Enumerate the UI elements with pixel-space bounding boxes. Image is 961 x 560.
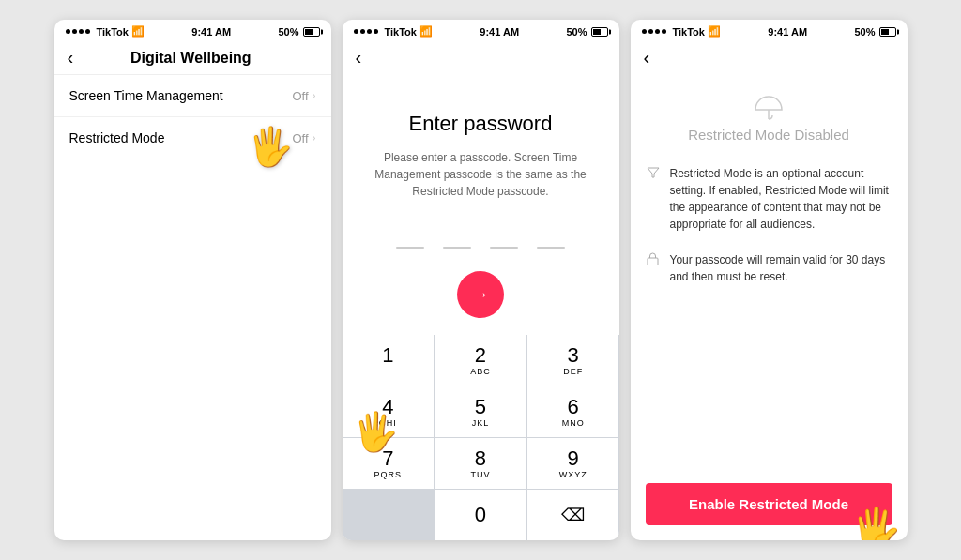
restricted-value: Off xyxy=(292,131,308,145)
battery-area-1: 50% xyxy=(278,26,319,38)
wifi-icon-2: 📶 xyxy=(419,25,433,38)
nav-bar-3: ‹ xyxy=(631,41,908,74)
battery-pct-2: 50% xyxy=(566,26,587,38)
screen-time-value: Off xyxy=(292,89,308,103)
enter-password-title: Enter password xyxy=(409,112,553,136)
key-8[interactable]: 8 TUV xyxy=(435,438,526,489)
menu-item-screen-time-right: Off › xyxy=(292,89,315,103)
phone-screen-3: TikTok 📶 9:41 AM 50% ‹ xyxy=(631,20,908,540)
key-9[interactable]: 9 WXYZ xyxy=(527,438,619,489)
key-6-letters: MNO xyxy=(562,418,585,428)
passcode-dash-3 xyxy=(490,247,518,249)
app-name-3: TikTok xyxy=(673,26,705,38)
delete-icon: ⌫ xyxy=(561,505,585,525)
menu-item-restricted[interactable]: Restricted Mode Off › 🖐 xyxy=(54,117,331,159)
signal-dots xyxy=(66,29,90,34)
key-1[interactable]: 1 xyxy=(343,335,435,386)
restricted-icon-area: Restricted Mode Disabled xyxy=(646,93,892,143)
key-5[interactable]: 5 JKL xyxy=(435,386,526,437)
phone-screen-2: TikTok 📶 9:41 AM 50% ‹ Enter password Pl… xyxy=(343,20,619,540)
screen2-content: Enter password Please enter a passcode. … xyxy=(343,74,619,335)
passcode-dash-1 xyxy=(396,247,424,249)
key-2-letters: ABC xyxy=(470,367,491,376)
hand-cursor-1: 🖐 xyxy=(247,125,294,169)
app-name-2: TikTok xyxy=(385,26,417,38)
nav-bar-1: ‹ Digital Wellbeing xyxy=(54,41,331,75)
status-bar-1: TikTok 📶 9:41 AM 50% xyxy=(54,20,331,41)
key-2-num: 2 xyxy=(475,345,486,366)
chevron-restricted: › xyxy=(313,131,316,144)
key-0-num: 0 xyxy=(475,505,486,525)
time-3: 9:41 AM xyxy=(768,26,807,38)
key-5-num: 5 xyxy=(475,397,486,417)
time-2: 9:41 AM xyxy=(480,26,519,38)
status-bar-3: TikTok 📶 9:41 AM 50% xyxy=(631,20,908,41)
enter-password-desc: Please enter a passcode. Screen Time Man… xyxy=(343,149,619,200)
passcode-dash-4 xyxy=(537,247,565,249)
info-item-2: Your passcode will remain valid for 30 d… xyxy=(646,251,892,285)
key-3[interactable]: 3 DEF xyxy=(527,335,619,386)
wifi-icon-3: 📶 xyxy=(708,25,721,38)
status-left-3: TikTok 📶 xyxy=(642,25,721,38)
key-delete[interactable]: ⌫ xyxy=(527,490,619,540)
key-1-letters xyxy=(387,367,390,376)
back-arrow-1[interactable]: ‹ xyxy=(68,47,74,68)
screen3-content: Restricted Mode Disabled Restricted Mode… xyxy=(631,74,908,540)
key-9-letters: WXYZ xyxy=(559,470,587,479)
battery-icon-3 xyxy=(879,27,896,37)
submit-passcode-button[interactable]: → xyxy=(457,271,504,318)
menu-item-restricted-label: Restricted Mode xyxy=(69,130,165,145)
battery-pct-3: 50% xyxy=(854,26,875,38)
arrow-icon: → xyxy=(472,285,489,305)
keypad: 1 2 ABC 3 DEF 4 GHI 🖐 5 JKL 6 xyxy=(343,335,619,540)
battery-icon-1 xyxy=(303,27,320,37)
key-4[interactable]: 4 GHI 🖐 xyxy=(343,386,435,437)
key-0[interactable]: 0 xyxy=(435,490,526,540)
chevron-screen-time: › xyxy=(313,89,316,102)
key-3-letters: DEF xyxy=(563,367,583,376)
key-8-letters: TUV xyxy=(470,470,490,479)
funnel-icon xyxy=(646,166,661,182)
hand-cursor-3: 🖐 xyxy=(850,505,902,540)
lock-icon xyxy=(646,252,661,268)
nav-title-1: Digital Wellbeing xyxy=(83,50,298,67)
key-6-num: 6 xyxy=(568,397,579,417)
wifi-icon-1: 📶 xyxy=(131,25,145,38)
status-bar-2: TikTok 📶 9:41 AM 50% xyxy=(343,20,619,41)
battery-icon-2 xyxy=(591,27,608,37)
app-name-1: TikTok xyxy=(97,26,129,38)
signal-dots-2 xyxy=(354,29,378,34)
key-3-num: 3 xyxy=(568,345,579,366)
restricted-mode-title: Restricted Mode Disabled xyxy=(688,127,849,143)
key-6[interactable]: 6 MNO xyxy=(527,386,619,437)
menu-item-screen-time-label: Screen Time Management xyxy=(69,88,223,103)
passcode-dash-2 xyxy=(443,247,471,249)
key-1-num: 1 xyxy=(382,345,393,366)
hand-cursor-2: 🖐 xyxy=(352,410,399,454)
key-5-letters: JKL xyxy=(472,418,490,428)
back-arrow-3[interactable]: ‹ xyxy=(644,47,650,68)
status-left-1: TikTok 📶 xyxy=(66,25,145,38)
status-left-2: TikTok 📶 xyxy=(354,25,433,38)
signal-dots-3 xyxy=(642,29,666,34)
menu-item-screen-time[interactable]: Screen Time Management Off › xyxy=(54,75,331,117)
battery-area-2: 50% xyxy=(566,26,607,38)
menu-item-restricted-right: Off › xyxy=(292,131,315,145)
back-arrow-2[interactable]: ‹ xyxy=(356,47,362,68)
passcode-dots xyxy=(396,247,565,249)
key-7-letters: PQRS xyxy=(374,470,403,479)
nav-bar-2: ‹ xyxy=(343,41,619,74)
phone-screen-1: TikTok 📶 9:41 AM 50% ‹ Digital Wellbeing… xyxy=(54,20,331,540)
key-2[interactable]: 2 ABC xyxy=(435,335,526,386)
key-9-num: 9 xyxy=(568,448,579,469)
time-1: 9:41 AM xyxy=(191,26,231,38)
umbrella-icon xyxy=(752,93,786,127)
battery-area-3: 50% xyxy=(854,26,895,38)
svg-rect-1 xyxy=(648,258,658,265)
info-text-1: Restricted Mode is an optional account s… xyxy=(670,165,892,233)
key-8-num: 8 xyxy=(475,448,486,469)
info-text-2: Your passcode will remain valid for 30 d… xyxy=(670,251,892,285)
key-empty xyxy=(343,490,435,540)
battery-pct-1: 50% xyxy=(278,26,298,38)
info-item-1: Restricted Mode is an optional account s… xyxy=(646,165,892,233)
